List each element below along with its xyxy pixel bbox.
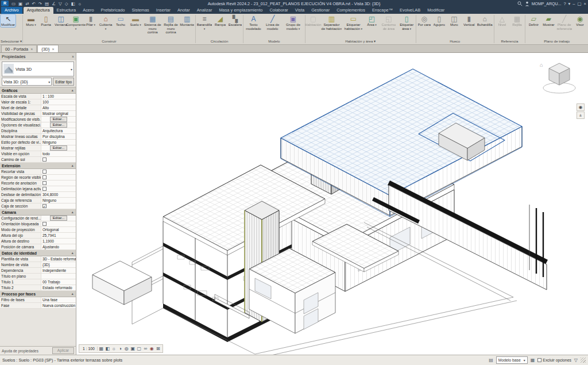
- design-options-icon[interactable]: ▦: [531, 358, 535, 363]
- crop-view-icon[interactable]: ▣: [130, 346, 136, 351]
- properties-help-link[interactable]: Ayuda de propiedades: [2, 349, 38, 353]
- redo-icon[interactable]: ↷: [37, 1, 43, 7]
- ribbon-button-puerta[interactable]: ▯Puerta: [38, 14, 53, 27]
- ribbon-tab-gestionar[interactable]: Gestionar: [308, 7, 333, 14]
- active-workset-select[interactable]: Modelo base▾: [496, 356, 528, 364]
- property-value[interactable]: Estado reformado: [41, 285, 76, 290]
- ribbon-panel-label[interactable]: Referencia: [494, 39, 524, 44]
- filter-icon[interactable]: ▽: [574, 358, 578, 363]
- property-section-datos-de-identidad[interactable]: Datos de identidad▲: [0, 250, 76, 256]
- property-edit-button[interactable]: Editar...: [50, 122, 67, 128]
- property-value[interactable]: 100: [41, 99, 76, 105]
- help-chevron-icon[interactable]: ▾: [568, 1, 571, 7]
- close-icon[interactable]: ×: [584, 1, 586, 7]
- collapse-icon[interactable]: ▲: [71, 210, 74, 214]
- ribbon-panel-label[interactable]: Habitación y área ▾: [305, 39, 415, 44]
- collapse-icon[interactable]: ▲: [71, 89, 74, 92]
- property-section-proceso-por-fases[interactable]: Proceso por fases▲: [0, 291, 76, 297]
- property-value[interactable]: [41, 157, 76, 162]
- ribbon-panel-label[interactable]: Construir: [24, 39, 195, 44]
- print-icon[interactable]: ▤: [44, 1, 50, 7]
- ribbon-button-cubierta[interactable]: ⌂Cubierta ▾: [98, 14, 113, 30]
- close-tab-icon[interactable]: ×: [52, 47, 54, 51]
- ribbon-button-vertical[interactable]: ▮Vertical: [462, 14, 477, 27]
- ribbon-button-separador-de-habitación[interactable]: ▥Separador de habitación: [320, 14, 342, 30]
- ribbon-button-por-cara[interactable]: ◎Por cara: [417, 14, 432, 27]
- ribbon-tab-acero[interactable]: Acero: [79, 7, 97, 14]
- render-icon[interactable]: ◍: [123, 346, 130, 351]
- ribbon-tab-evolvelab[interactable]: EvolveLAB: [396, 7, 424, 14]
- ribbon-tab-estructura[interactable]: Estructura: [53, 7, 80, 14]
- temporary-hide-icon[interactable]: ∞: [142, 346, 149, 351]
- property-checkbox[interactable]: [42, 222, 47, 226]
- open-icon[interactable]: ▭: [10, 1, 17, 7]
- property-value[interactable]: Nueva construcción: [41, 303, 76, 308]
- property-value[interactable]: Ortogonal: [41, 227, 76, 232]
- ribbon-button-modificar[interactable]: ↖Modificar: [1, 14, 16, 27]
- ribbon-button-barandilla[interactable]: ≡Barandilla ▾: [196, 14, 213, 30]
- property-section-cámara[interactable]: Cámara▲: [0, 209, 76, 216]
- ribbon-button-mostrar[interactable]: ▰Mostrar: [541, 14, 556, 27]
- property-value[interactable]: Arquitectura: [41, 128, 76, 133]
- property-value[interactable]: Alto: [41, 105, 76, 110]
- ribbon-button-suelo[interactable]: ▬Suelo ▾: [128, 14, 143, 27]
- section-icon[interactable]: ◧: [69, 1, 76, 7]
- property-checkbox[interactable]: [42, 170, 47, 174]
- ribbon-button-montante[interactable]: ▥Montante: [180, 14, 195, 27]
- shadows-icon[interactable]: ◑: [117, 346, 123, 351]
- search-icon[interactable]: [517, 1, 523, 6]
- property-value[interactable]: 25,7941: [41, 233, 76, 238]
- sun-path-icon[interactable]: ☼: [111, 346, 117, 351]
- detail-level-icon[interactable]: ▦: [98, 346, 105, 351]
- navigation-wheel-icon[interactable]: ◉: [577, 103, 585, 111]
- view-tab-3d[interactable]: {3D}×: [37, 45, 58, 52]
- property-edit-button[interactable]: Editar...: [50, 145, 67, 151]
- ribbon-panel-label[interactable]: Modelo: [244, 39, 304, 44]
- ribbon-tab-anotar[interactable]: Anotar: [174, 7, 194, 14]
- ribbon-button-línea-de-modelo[interactable]: ╱Línea de modelo: [263, 14, 283, 30]
- ribbon-panel-label[interactable]: Circulación: [196, 39, 243, 44]
- ribbon-button-sistema-de-muro-cortina[interactable]: ▦Sistema de muro cortina: [143, 14, 162, 34]
- ribbon-button-muro[interactable]: ▬Muro ▾: [24, 14, 38, 27]
- ribbon-button-agujero[interactable]: ▯Agujero: [432, 14, 447, 27]
- close-properties-icon[interactable]: ×: [72, 55, 74, 59]
- view-cube[interactable]: ⌂: [539, 57, 580, 99]
- exclude-options-checkbox[interactable]: Excluir opciones: [537, 358, 571, 362]
- ribbon-button-rejilla-de-muro-cortina[interactable]: ▤Rejilla de muro cortina: [162, 14, 180, 34]
- minimize-icon[interactable]: –: [572, 1, 575, 7]
- ribbon-tab-enscape[interactable]: Enscape™: [369, 7, 396, 14]
- ribbon-tab-complementos[interactable]: Complementos: [333, 7, 369, 14]
- property-value[interactable]: Editar...: [41, 216, 76, 221]
- view-instance-combo[interactable]: Vista 3D: {3D} ▾: [2, 78, 52, 86]
- property-value[interactable]: Ninguno: [41, 140, 76, 145]
- ribbon-button-techo[interactable]: ▭Techo: [113, 14, 128, 27]
- property-value[interactable]: [41, 221, 76, 226]
- property-value[interactable]: [41, 169, 76, 174]
- property-section-gráficos[interactable]: Gráficos▲: [0, 87, 76, 94]
- ribbon-tab-analizar[interactable]: Analizar: [194, 7, 216, 14]
- ribbon-tab-masa-y-emplazamiento[interactable]: Masa y emplazamiento: [215, 7, 266, 14]
- apply-button[interactable]: Aplicar: [52, 347, 74, 354]
- view-tab-00-portada[interactable]: 00 - Portada×: [1, 45, 37, 52]
- viewcube-home-icon[interactable]: ⌂: [540, 62, 543, 68]
- edit-type-button[interactable]: Editar tipo: [53, 78, 74, 86]
- zoom-icon[interactable]: ±: [577, 112, 585, 119]
- 3d-view-icon[interactable]: ◇: [64, 1, 69, 7]
- ribbon-button-área[interactable]: ◰Área ▾: [364, 14, 379, 27]
- sync-icon[interactable]: ⇄: [24, 1, 30, 7]
- property-edit-button[interactable]: Editar...: [50, 216, 67, 221]
- ribbon-tab-insertar[interactable]: Insertar: [153, 7, 174, 14]
- ribbon-button-escalera[interactable]: ▚Escalera: [227, 14, 242, 27]
- user-account-label[interactable]: MOMP_ARQU...: [532, 2, 562, 6]
- ribbon-tab-colaborar[interactable]: Colaborar: [266, 7, 291, 14]
- property-checkbox[interactable]: [42, 157, 47, 162]
- ribbon-button-muro[interactable]: ◫Muro: [447, 14, 462, 27]
- undo-icon[interactable]: ↶: [30, 1, 36, 7]
- ribbon-tab-vista[interactable]: Vista: [292, 7, 308, 14]
- property-value[interactable]: Una fase: [41, 297, 76, 302]
- property-value[interactable]: Editar...: [41, 117, 76, 122]
- property-checkbox[interactable]: [42, 175, 47, 179]
- property-value[interactable]: Mostrar original: [41, 111, 76, 116]
- ribbon-button-etiquetar-área[interactable]: ▯Etiquetar área ▾: [398, 14, 415, 30]
- property-value[interactable]: Ajustando: [41, 244, 76, 249]
